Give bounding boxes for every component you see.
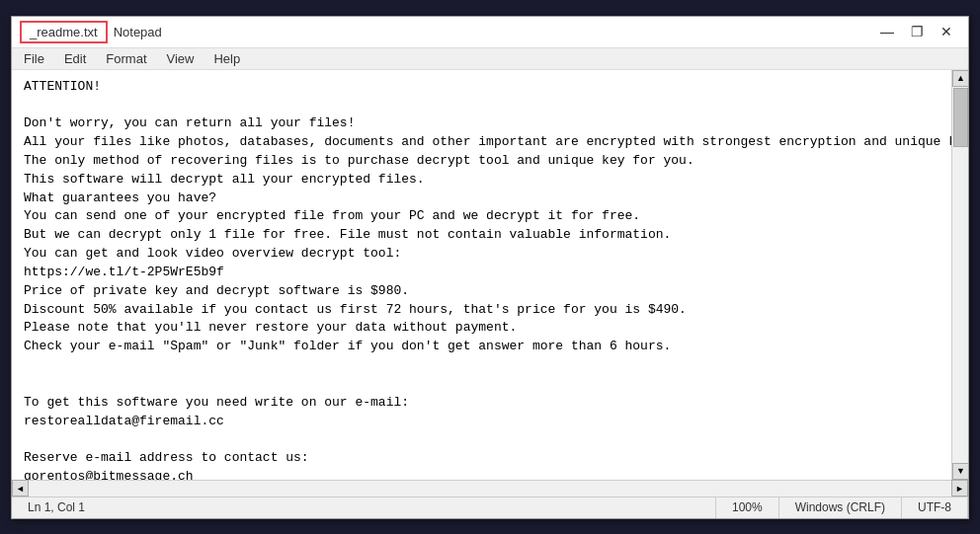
editor-area: ATTENTION! Don't worry, you can return a…	[12, 70, 968, 480]
scroll-track-v[interactable]	[952, 87, 968, 463]
menu-help[interactable]: Help	[205, 49, 248, 68]
scroll-up-button[interactable]: ▲	[952, 70, 968, 87]
horizontal-scrollbar[interactable]: ◄ ►	[12, 480, 968, 496]
title-bar: _readme.txt Notepad — ❐ ✕	[12, 17, 968, 48]
menu-format[interactable]: Format	[98, 49, 154, 68]
status-bar: Ln 1, Col 1 100% Windows (CRLF) UTF-8	[12, 496, 968, 518]
menu-bar: File Edit Format View Help	[12, 48, 968, 70]
title-bar-controls: — ❐ ✕	[873, 21, 960, 42]
close-button[interactable]: ✕	[933, 21, 960, 42]
text-editor[interactable]: ATTENTION! Don't worry, you can return a…	[12, 70, 951, 480]
menu-view[interactable]: View	[159, 49, 203, 68]
title-tab: _readme.txt	[20, 21, 108, 43]
status-encoding: UTF-8	[902, 497, 968, 518]
status-zoom: 100%	[716, 497, 779, 518]
status-position: Ln 1, Col 1	[12, 497, 716, 518]
notepad-window: _readme.txt Notepad — ❐ ✕ File Edit Form…	[11, 16, 969, 519]
menu-file[interactable]: File	[16, 49, 52, 68]
scroll-down-button[interactable]: ▼	[952, 463, 968, 480]
menu-edit[interactable]: Edit	[56, 49, 94, 68]
title-bar-left: _readme.txt Notepad	[20, 21, 162, 43]
scroll-thumb-v[interactable]	[953, 88, 968, 147]
title-app: Notepad	[114, 25, 162, 39]
vertical-scrollbar[interactable]: ▲ ▼	[951, 70, 968, 480]
status-line-ending: Windows (CRLF)	[779, 497, 902, 518]
restore-button[interactable]: ❐	[903, 21, 931, 42]
scroll-left-button[interactable]: ◄	[12, 480, 29, 496]
minimize-button[interactable]: —	[873, 21, 901, 42]
scroll-right-button[interactable]: ►	[951, 480, 968, 496]
